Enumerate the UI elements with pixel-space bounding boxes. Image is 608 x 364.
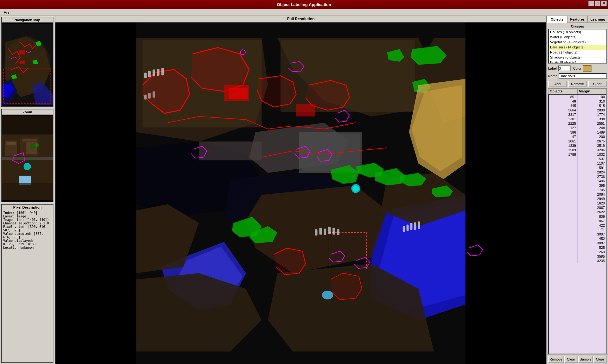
window-controls[interactable]: _ □ ✕ <box>588 1 607 6</box>
table-row[interactable]: 2225 2551 <box>549 121 606 126</box>
svg-point-20 <box>23 163 31 170</box>
table-row[interactable]: 2067 <box>549 205 606 210</box>
table-row[interactable]: 809 <box>549 214 606 219</box>
table-row[interactable]: 47 200 <box>549 135 606 139</box>
table-row[interactable]: 127 248 <box>549 126 606 130</box>
table-row[interactable]: 2301 398 <box>549 117 606 121</box>
table-row[interactable]: 3097 <box>549 232 606 236</box>
svg-rect-82 <box>414 223 416 230</box>
table-row[interactable]: 1537 <box>549 157 606 161</box>
svg-point-63 <box>352 185 359 192</box>
zoom-title: Zoom <box>2 110 53 115</box>
class-item-houses[interactable]: Houses (18 objects) <box>549 29 606 35</box>
table-row[interactable]: 2084 <box>549 192 606 197</box>
add-button[interactable]: Add <box>548 81 567 87</box>
svg-rect-49 <box>296 104 315 116</box>
table-row[interactable]: 525 <box>549 245 606 250</box>
tab-learning[interactable]: Learning <box>588 16 608 23</box>
svg-rect-73 <box>315 229 318 235</box>
table-row[interactable]: 1067 <box>549 219 606 223</box>
minimize-button[interactable]: _ <box>588 1 594 6</box>
table-row[interactable]: 3087 <box>549 241 606 245</box>
clear-object-button2[interactable]: Clear <box>593 356 607 363</box>
class-item-vegetation[interactable]: Vegetation (10 objects) <box>549 40 606 45</box>
bottom-buttons: Remove Clear Sample Clear <box>547 354 608 364</box>
classes-label: Classes <box>547 23 608 29</box>
sample-button[interactable]: Sample <box>578 356 592 363</box>
clear-object-button1[interactable]: Clear <box>564 356 578 363</box>
label-color-row: Label Color <box>547 64 608 72</box>
svg-rect-66 <box>148 71 151 77</box>
margin-cell: 1705 <box>578 188 606 192</box>
table-row[interactable]: 591 <box>549 166 606 170</box>
objects-section: Objects Margin 851 100 46 310 445 515 36… <box>548 88 607 354</box>
margin-cell: 1774 <box>578 112 606 117</box>
class-item-boats[interactable]: Boats (9 objects) <box>549 60 606 64</box>
table-row[interactable]: 395 <box>549 183 606 188</box>
classes-list[interactable]: Houses (18 objects) Water (6 objects) Ve… <box>548 29 607 64</box>
table-row[interactable]: 386 1489 <box>549 130 606 135</box>
class-item-roads[interactable]: Roads (7 objects) <box>549 50 606 55</box>
name-input[interactable] <box>559 73 607 79</box>
class-item-water[interactable]: Water (6 objects) <box>549 35 606 40</box>
table-row[interactable]: 1406 <box>549 179 606 183</box>
table-row[interactable]: 851 100 <box>549 95 606 99</box>
margin-cell: 2067 <box>578 205 606 210</box>
margin-cell: 395 <box>578 183 606 188</box>
table-row[interactable]: 1339 3519 <box>549 143 606 148</box>
table-row[interactable]: 422 <box>549 223 606 228</box>
remove-object-button[interactable]: Remove <box>548 356 564 363</box>
object-id-cell: 1509 <box>549 148 578 152</box>
margin-cell: 1107 <box>578 161 606 166</box>
table-row[interactable]: 3235 <box>549 259 606 263</box>
color-swatch[interactable] <box>583 65 592 72</box>
remove-class-button[interactable]: Remove <box>568 81 587 87</box>
table-row[interactable]: 2949 <box>549 197 606 201</box>
table-row[interactable]: 3664 2898 <box>549 108 606 112</box>
table-row[interactable]: 2622 <box>549 210 606 214</box>
table-row[interactable]: 2736 <box>549 174 606 179</box>
zoom-canvas[interactable] <box>2 115 53 202</box>
class-item-baresoils[interactable]: Bare soils (14 objects) <box>549 45 606 50</box>
pixel-desc-section: Pixel Description Index: [1061, 940] Lay… <box>1 204 54 363</box>
svg-rect-79 <box>403 226 405 232</box>
margin-cell: 3087 <box>578 241 606 245</box>
class-buttons: Add Remove Clear <box>547 79 608 88</box>
table-row[interactable]: 3595 <box>549 254 606 259</box>
table-row[interactable]: 445 515 <box>549 104 606 108</box>
table-row[interactable]: 452 <box>549 236 606 241</box>
table-row[interactable]: 1061 2675 <box>549 139 606 143</box>
table-row[interactable]: 46 310 <box>549 99 606 104</box>
table-row[interactable]: 1260 <box>549 250 606 254</box>
table-row[interactable]: 1509 3206 <box>549 148 606 152</box>
class-item-shadows[interactable]: Shadows (6 objects) <box>549 55 606 60</box>
table-row[interactable]: 1788 1032 <box>549 152 606 157</box>
margin-cell: 1537 <box>578 157 606 161</box>
object-id-cell: 46 <box>549 99 578 104</box>
margin-cell: 1171 <box>578 228 606 232</box>
table-row[interactable]: 1107 <box>549 161 606 166</box>
file-menu[interactable]: File <box>1 10 12 15</box>
svg-rect-68 <box>157 69 160 76</box>
objects-list[interactable]: 851 100 46 310 445 515 3664 2898 3817 17… <box>548 94 607 354</box>
svg-rect-80 <box>407 224 409 231</box>
tab-objects[interactable]: Objects <box>547 16 567 23</box>
table-row[interactable]: 1620 <box>549 201 606 205</box>
margin-cell: 1620 <box>578 201 606 205</box>
svg-point-24 <box>35 143 39 147</box>
map-container[interactable] <box>55 22 546 364</box>
margin-cell: 2622 <box>578 210 606 214</box>
close-button[interactable]: ✕ <box>601 1 607 6</box>
table-row[interactable]: 1171 <box>549 228 606 232</box>
svg-rect-71 <box>148 93 151 99</box>
clear-class-button[interactable]: Clear <box>588 81 607 87</box>
margin-cell: 515 <box>578 104 606 108</box>
label-input[interactable] <box>558 66 571 71</box>
objects-header: Objects Margin <box>548 88 607 94</box>
table-row[interactable]: 1705 <box>549 188 606 192</box>
maximize-button[interactable]: □ <box>595 1 600 6</box>
table-row[interactable]: 2824 <box>549 170 606 174</box>
nav-map-canvas[interactable] <box>2 22 53 106</box>
tab-features[interactable]: Features <box>567 16 587 23</box>
table-row[interactable]: 3817 1774 <box>549 112 606 117</box>
